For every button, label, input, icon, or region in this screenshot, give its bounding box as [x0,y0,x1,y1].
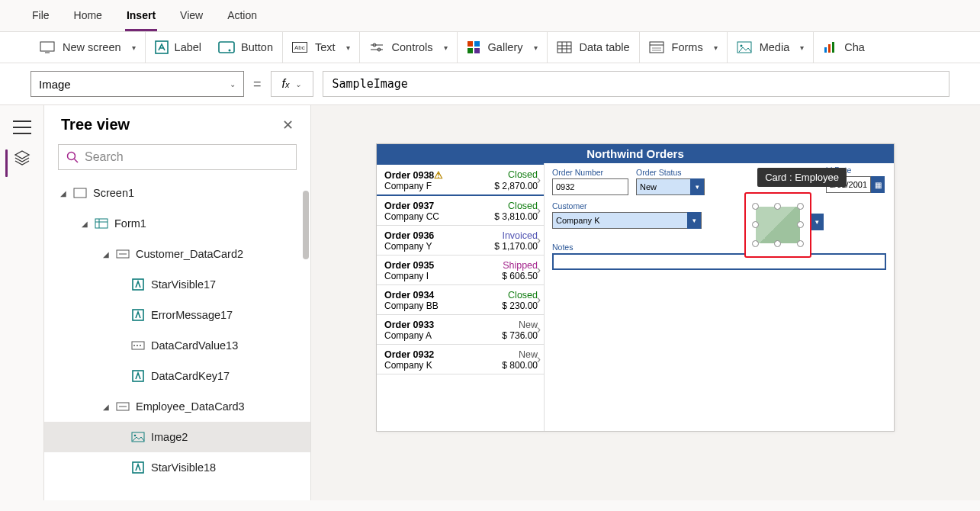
svg-line-30 [75,159,79,163]
fx-button[interactable]: fx⌄ [271,71,313,97]
chevron-down-icon: ▾ [800,43,804,52]
chevron-down-icon: ⌄ [230,80,236,88]
customer-label: Customer [552,201,702,211]
svg-point-40 [133,345,135,346]
equals-sign: = [253,76,262,92]
chevron-right-icon: › [537,233,541,247]
order-row[interactable]: Order 0938⚠ClosedCompany F$ 2,870.00› [377,163,544,196]
app-preview: Northwind Orders Order 0938⚠ClosedCompan… [376,143,895,432]
ribbon-gallery[interactable]: Gallery▾ [458,32,548,63]
tree-node-employee-datacard[interactable]: ◢ Employee_DataCard3 [44,391,310,422]
chevron-right-icon: › [537,293,541,307]
resize-handle[interactable] [752,240,759,247]
order-row[interactable]: Order 0936InvoicedCompany Y$ 1,170.00› [377,226,544,256]
chevron-down-icon: ▾ [534,43,538,52]
left-rail [0,105,44,500]
menu-file[interactable]: File [31,6,51,31]
order-row[interactable]: Order 0937ClosedCompany CC$ 3,810.00› [377,196,544,226]
hamburger-icon[interactable] [13,121,31,134]
tree-view-title: Tree view [61,116,130,133]
resize-handle[interactable] [797,240,804,247]
calendar-icon: ▦ [871,176,885,193]
close-icon[interactable]: ✕ [282,117,294,133]
ribbon-label[interactable]: Label [155,40,201,54]
forms-icon [649,41,664,53]
menu-view[interactable]: View [178,6,204,31]
menu-insert[interactable]: Insert [125,6,157,31]
ribbon-forms[interactable]: Forms▾ [640,32,728,63]
menu-home[interactable]: Home [72,6,104,31]
resize-handle[interactable] [752,221,759,228]
tree-node-starvisible18[interactable]: StarVisible18 [44,452,310,483]
tree-node-datacardkey17[interactable]: DataCardKey17 [44,361,310,391]
chevron-right-icon: › [537,323,541,336]
svg-rect-12 [474,41,480,47]
svg-point-4 [229,50,231,52]
tree-node-datacardvalue13[interactable]: DataCardValue13 [44,330,310,361]
tree-node-form1[interactable]: ◢ Form1 [44,208,310,239]
order-number-input[interactable]: 0932 [552,178,628,195]
order-row[interactable]: Order 0935ShippedCompany I$ 606.50› [377,256,544,285]
ribbon-data-table[interactable]: Data table [548,32,640,63]
formula-input[interactable]: SampleImage [323,71,949,97]
tree-node-errormessage17[interactable]: ErrorMessage17 [44,300,310,330]
svg-rect-26 [824,47,827,53]
customer-dropdown[interactable]: Company K▾ [552,212,702,229]
resize-handle[interactable] [774,203,781,210]
svg-rect-11 [468,41,473,47]
order-number-label: Order Number [552,168,628,177]
svg-rect-27 [828,44,831,53]
tree-node-customer-datacard[interactable]: ◢ Customer_DataCard2 [44,239,310,269]
selection-tooltip: Card : Employee [757,168,847,187]
combobox-icon [131,339,145,352]
chevron-down-icon: ▾ [687,212,701,229]
tree-node-image2[interactable]: Image2 [44,422,310,452]
tree: ◢ Screen1 ◢ Form1 ◢ Customer_DataCard2 S… [44,178,310,500]
tree-node-screen1[interactable]: ◢ Screen1 [44,178,310,208]
gallery-icon [467,40,480,54]
text-icon: Abc [292,42,307,53]
order-row[interactable]: Order 0934ClosedCompany BB$ 230.00› [377,285,544,315]
employee-dropdown-arrow[interactable]: ▾ [810,214,824,230]
scrollbar[interactable] [303,191,309,259]
tree-node-starvisible17[interactable]: StarVisible17 [44,269,310,300]
employee-image-card[interactable] [744,192,811,258]
svg-rect-15 [557,42,571,53]
menu-action[interactable]: Action [226,6,259,31]
chevron-down-icon: ▾ [132,43,136,52]
ribbon-controls[interactable]: Controls▾ [360,32,458,63]
notes-input[interactable] [552,253,886,270]
svg-text:Abc: Abc [294,44,305,51]
media-icon [737,41,752,53]
chevron-down-icon: ▾ [444,43,448,52]
canvas[interactable]: Northwind Orders Order 0938⚠ClosedCompan… [311,105,980,500]
ribbon: New screen▾ Label Button Abc Text▾ Contr… [0,31,980,63]
order-status-label: Order Status [636,168,705,177]
svg-rect-3 [219,42,234,53]
svg-rect-31 [74,188,86,198]
ribbon-new-screen[interactable]: New screen▾ [31,32,146,63]
order-row[interactable]: Order 0932NewCompany K$ 800.00› [377,345,544,374]
ribbon-charts[interactable]: Cha [814,32,874,63]
ribbon-text[interactable]: Abc Text▾ [283,32,360,63]
resize-handle[interactable] [774,240,781,247]
tree-view-rail-button[interactable] [14,149,31,166]
order-status-dropdown[interactable]: New▾ [636,178,705,195]
svg-rect-13 [468,48,473,53]
tree-search[interactable]: Search [58,144,297,170]
order-row[interactable]: Order 0933NewCompany A$ 736.00› [377,315,544,345]
resize-handle[interactable] [752,203,759,210]
chevron-right-icon: › [537,173,541,187]
order-detail-form: Order Number 0932 Order Status New▾ id D… [545,163,894,431]
label-icon [131,461,145,474]
ribbon-button[interactable]: Button [218,41,273,53]
resize-handle[interactable] [797,221,804,228]
property-selector[interactable]: Image ⌄ [31,71,244,97]
resize-handle[interactable] [797,203,804,210]
svg-point-42 [140,345,141,346]
caret-icon: ◢ [102,403,110,411]
chevron-down-icon: ▾ [714,43,718,52]
chevron-right-icon: › [537,204,541,217]
ribbon-media[interactable]: Media▾ [728,32,815,63]
orders-gallery[interactable]: Order 0938⚠ClosedCompany F$ 2,870.00›Ord… [377,163,545,431]
